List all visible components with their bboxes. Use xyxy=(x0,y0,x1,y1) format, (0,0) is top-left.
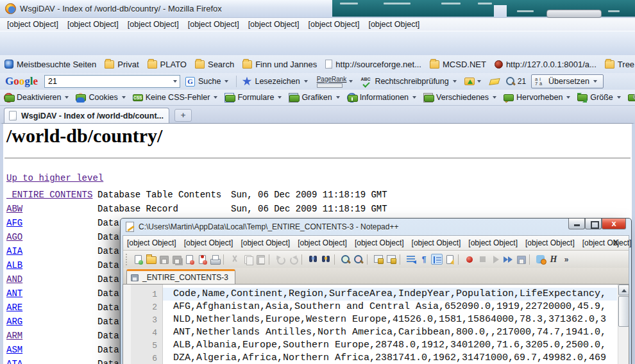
separator-icon[interactable] xyxy=(301,254,305,265)
menu-item[interactable]: [object Object] xyxy=(180,236,237,250)
zoom-out-icon[interactable] xyxy=(353,254,364,265)
directory-entry-link[interactable]: ANT xyxy=(6,288,22,299)
directory-entry-link[interactable]: ABW xyxy=(6,204,22,214)
webdev-menu-button[interactable]: Grafiken xyxy=(289,93,342,103)
bookmark-item[interactable]: Privat xyxy=(105,60,139,69)
spellcheck-button[interactable]: ABC Rechtschreibprüfung xyxy=(360,77,459,87)
google-search-button[interactable]: G Suche xyxy=(185,77,231,87)
webdev-menu-button[interactable]: Deaktivieren xyxy=(4,93,71,103)
webdev-menu-button[interactable]: CSS Keine CSS-Fehler xyxy=(133,93,221,103)
cut-icon[interactable] xyxy=(229,254,241,265)
menu-item[interactable]: [object Object] xyxy=(237,236,294,250)
search-history-dropdown-icon[interactable] xyxy=(173,80,177,83)
directory-entry-link[interactable]: ARM xyxy=(6,331,22,341)
directory-entry-link[interactable]: ATA xyxy=(6,359,22,364)
minimize-button[interactable] xyxy=(568,219,585,229)
webdev-menu-button[interactable]: Cookies xyxy=(76,93,128,103)
menu-item[interactable]: [object Object] xyxy=(123,236,180,250)
save-icon[interactable] xyxy=(158,254,169,265)
close-button[interactable]: x xyxy=(602,219,626,229)
open-icon[interactable] xyxy=(145,254,157,265)
html-tidy-icon[interactable]: H xyxy=(548,254,559,265)
find-icon[interactable] xyxy=(307,254,319,265)
firefox-titlebar[interactable]: WsgiDAV - Index of /world-db/country/ - … xyxy=(0,0,635,18)
run-macro-icon[interactable] xyxy=(502,254,514,265)
webdev-menu-button[interactable]: Formulare xyxy=(224,93,284,103)
indent-guide-icon[interactable] xyxy=(431,254,443,265)
separator-icon[interactable] xyxy=(367,254,370,265)
separator-icon[interactable] xyxy=(458,254,461,265)
bookmark-item[interactable]: Meistbesuchte Seiten xyxy=(4,60,96,69)
separator-icon[interactable] xyxy=(223,254,226,265)
sync-horizontal-icon[interactable] xyxy=(385,254,397,265)
new-file-icon[interactable] xyxy=(132,254,144,265)
separator-icon[interactable] xyxy=(269,254,272,265)
find-icon[interactable] xyxy=(505,76,516,87)
menu-item[interactable]: [object Object] xyxy=(464,236,521,250)
undo-icon[interactable] xyxy=(275,254,286,265)
bookmark-item[interactable]: http://127.0.0.1:8001/a... xyxy=(495,60,597,69)
scroll-up-icon[interactable] xyxy=(618,285,629,295)
highlighter-icon[interactable] xyxy=(489,78,500,85)
directory-entry-link[interactable]: ASM xyxy=(6,345,22,355)
function-list-icon[interactable] xyxy=(444,254,455,265)
send-to-button[interactable] xyxy=(464,78,484,85)
google-bookmarks-button[interactable]: Lesezeichen xyxy=(242,77,310,87)
stop-macro-icon[interactable] xyxy=(477,254,488,265)
webdev-menu-button[interactable]: Hervorheben xyxy=(504,93,573,103)
directory-entry-link[interactable]: AND xyxy=(6,274,22,285)
directory-entry-link[interactable]: ALB xyxy=(6,260,22,270)
vertical-scrollbar[interactable] xyxy=(618,285,629,364)
menu-item[interactable]: [object Object] xyxy=(244,19,304,30)
google-search-input[interactable] xyxy=(45,77,171,86)
close-all-icon[interactable] xyxy=(196,254,208,265)
sync-vertical-icon[interactable] xyxy=(373,254,384,265)
menu-item[interactable]: [object Object] xyxy=(351,236,408,250)
webdev-menu-button[interactable]: Verschiedenes xyxy=(423,93,499,103)
menu-item[interactable]: [object Object] xyxy=(408,236,465,250)
separator-icon[interactable] xyxy=(400,254,403,265)
print-icon[interactable] xyxy=(209,254,221,265)
pagerank-indicator[interactable]: PageRank xyxy=(317,76,347,88)
save-macro-icon[interactable] xyxy=(515,254,527,265)
directory-entry-link[interactable]: ARE xyxy=(6,302,22,313)
menu-item[interactable]: [object Object] xyxy=(304,19,364,30)
webdev-menu-button[interactable]: Informationen xyxy=(347,93,419,103)
new-tab-button[interactable]: + xyxy=(174,109,192,122)
notepadpp-titlebar[interactable]: C:\Users\Martin\AppData\Local\Temp\_ENTI… xyxy=(121,219,631,235)
document-tab[interactable]: _ENTIRE_CONTENTS-3 xyxy=(126,269,235,284)
google-search-box[interactable] xyxy=(44,75,180,88)
menu-item[interactable]: [object Object] xyxy=(183,19,244,30)
webdev-menu-button[interactable]: Größe xyxy=(577,93,623,103)
scrollbar-thumb[interactable] xyxy=(618,296,629,327)
bookmark-item[interactable]: Tree Samples xyxy=(605,60,635,69)
zoom-in-icon[interactable] xyxy=(340,254,351,265)
browser-preview-icon[interactable] xyxy=(535,254,546,265)
bookmark-item[interactable]: http://sourceforge.net... xyxy=(325,60,421,69)
redo-icon[interactable] xyxy=(287,254,299,265)
copy-icon[interactable] xyxy=(242,254,253,265)
menu-item[interactable]: [object Object] xyxy=(521,236,579,250)
save-all-icon[interactable] xyxy=(171,254,182,265)
directory-entry-link[interactable]: ARG xyxy=(6,317,22,327)
document-close-button[interactable]: X xyxy=(613,238,618,247)
separator-icon[interactable] xyxy=(334,254,337,265)
directory-entry-link[interactable]: AGO xyxy=(6,232,22,242)
directory-entry-link[interactable]: AIA xyxy=(6,246,22,256)
menu-item[interactable]: [object Object] xyxy=(579,236,635,250)
record-macro-icon[interactable] xyxy=(464,254,475,265)
webdev-menu-button[interactable]: Extras xyxy=(628,93,635,103)
bookmark-item[interactable]: Search xyxy=(195,60,234,69)
bookmark-item[interactable]: MCSD.NET xyxy=(430,60,486,69)
bookmark-item[interactable]: PLATO xyxy=(148,60,187,69)
menu-item[interactable]: [object Object] xyxy=(63,19,123,30)
translate-button[interactable]: aí7ä Übersetzen xyxy=(531,74,604,88)
word-wrap-icon[interactable] xyxy=(405,254,417,265)
show-symbols-icon[interactable]: ¶ xyxy=(418,254,430,265)
directory-entry-link[interactable]: ENTIRE CONTENTS xyxy=(6,190,92,200)
editor-area[interactable]: 1 Code,Name,Continent,Region,SurfaceArea… xyxy=(123,284,629,364)
tab-wsgidav[interactable]: WsgiDAV - Index of /world-db/count... xyxy=(4,108,169,123)
separator-icon[interactable] xyxy=(529,254,532,265)
close-file-icon[interactable] xyxy=(183,254,195,265)
menu-item[interactable]: [object Object] xyxy=(364,19,424,30)
